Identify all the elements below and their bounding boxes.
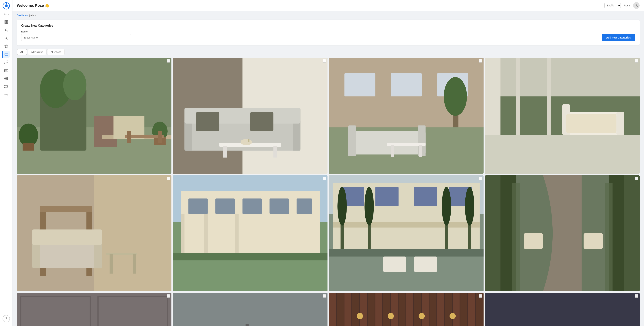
svg-point-179	[419, 313, 425, 319]
svg-rect-121	[383, 256, 406, 272]
create-categories-form: Name Add new Categories	[21, 30, 635, 41]
image-item-11[interactable]	[329, 293, 484, 326]
svg-rect-158	[337, 293, 344, 326]
svg-rect-34	[158, 131, 162, 143]
sidebar-item-tickets[interactable]	[2, 83, 10, 90]
image-item-9[interactable]	[17, 293, 172, 326]
image-item-6[interactable]	[173, 175, 328, 291]
svg-rect-191	[485, 293, 640, 326]
svg-rect-97	[204, 214, 208, 253]
image-checkbox-6[interactable]	[323, 177, 326, 180]
svg-rect-120	[329, 249, 484, 256]
image-checkbox-1[interactable]	[167, 59, 170, 63]
image-checkbox-2[interactable]	[323, 59, 326, 63]
image-checkbox-5[interactable]	[167, 177, 170, 180]
svg-rect-174	[460, 293, 467, 326]
page-content: Dashboard | Album Create New Categories …	[12, 11, 644, 326]
svg-rect-172	[445, 293, 452, 326]
svg-rect-95	[296, 199, 312, 214]
image-item-1[interactable]	[17, 58, 172, 174]
svg-rect-163	[375, 293, 382, 326]
svg-rect-131	[605, 183, 612, 291]
image-item-5[interactable]	[17, 175, 172, 291]
sidebar-item-settings[interactable]	[2, 35, 10, 42]
image-item-12[interactable]	[485, 293, 640, 326]
sidebar-item-dashboard[interactable]	[2, 18, 10, 26]
image-item-2[interactable]	[173, 58, 328, 174]
image-checkbox-12[interactable]	[635, 294, 638, 297]
image-checkbox-8[interactable]	[635, 177, 638, 180]
svg-rect-102	[173, 253, 328, 260]
image-grid	[17, 58, 640, 326]
svg-point-116	[442, 187, 451, 225]
breadcrumb-current: Album	[30, 14, 37, 17]
main-area: Welcome, Rose 👋 English Dutch French Ger…	[12, 0, 644, 326]
image-item-4[interactable]	[485, 58, 640, 174]
help-button[interactable]: ?	[2, 315, 10, 322]
breadcrumb-dashboard-link[interactable]: Dashboard	[17, 14, 28, 17]
sidebar-item-media[interactable]	[2, 67, 10, 74]
sidebar: Full >	[0, 0, 12, 326]
sidebar-item-favorites[interactable]	[2, 43, 10, 50]
svg-rect-91	[188, 199, 208, 214]
svg-rect-148	[246, 324, 249, 326]
svg-rect-69	[516, 58, 520, 135]
language-selector[interactable]: English Dutch French German	[604, 3, 621, 8]
sidebar-item-users[interactable]	[2, 27, 10, 34]
image-checkbox-11[interactable]	[479, 294, 482, 297]
user-avatar[interactable]	[633, 2, 640, 9]
sidebar-item-links[interactable]	[2, 59, 10, 66]
image-checkbox-7[interactable]	[479, 177, 482, 180]
header-right: English Dutch French German Rose	[604, 2, 640, 9]
svg-rect-74	[566, 114, 616, 133]
svg-rect-122	[414, 256, 437, 272]
app-logo[interactable]	[2, 2, 10, 10]
svg-point-47	[240, 139, 252, 145]
sidebar-collapse-button[interactable]: Full >	[2, 13, 10, 16]
image-item-10[interactable]	[173, 293, 328, 326]
tab-all-pictures[interactable]: All Pictures	[28, 49, 46, 55]
svg-rect-54	[391, 73, 422, 96]
image-item-3[interactable]	[329, 58, 484, 174]
top-header: Welcome, Rose 👋 English Dutch French Ger…	[12, 0, 644, 11]
image-checkbox-3[interactable]	[479, 59, 482, 63]
svg-rect-61	[419, 145, 422, 157]
svg-point-112	[338, 187, 347, 225]
image-item-8[interactable]	[485, 175, 640, 291]
svg-marker-11	[4, 45, 8, 48]
svg-rect-6	[6, 21, 8, 22]
image-checkbox-9[interactable]	[167, 294, 170, 297]
image-checkbox-4[interactable]	[635, 59, 638, 63]
image-item-7[interactable]	[329, 175, 484, 291]
svg-point-114	[364, 187, 374, 225]
svg-rect-166	[398, 293, 406, 326]
svg-rect-164	[383, 293, 390, 326]
image-checkbox-10[interactable]	[323, 294, 326, 297]
svg-rect-160	[352, 293, 359, 326]
create-categories-card: Create New Categories Name Add new Categ…	[17, 20, 640, 46]
svg-rect-175	[468, 293, 475, 326]
add-categories-button[interactable]: Add new Categories	[602, 34, 635, 41]
svg-rect-77	[94, 175, 172, 291]
svg-rect-73	[616, 112, 624, 135]
tab-all-videos[interactable]: All Videos	[47, 49, 65, 55]
svg-rect-110	[333, 222, 480, 227]
user-name-label: Rose	[624, 4, 630, 7]
sidebar-item-config[interactable]	[2, 91, 10, 98]
svg-rect-169	[422, 293, 428, 326]
svg-rect-159	[344, 293, 351, 326]
svg-point-180	[450, 313, 456, 319]
tab-all[interactable]: All	[17, 49, 27, 55]
sidebar-item-album[interactable]	[2, 51, 10, 58]
svg-point-178	[388, 313, 394, 319]
svg-rect-45	[196, 112, 220, 131]
svg-rect-29	[23, 143, 34, 151]
sidebar-item-global[interactable]	[2, 75, 10, 82]
svg-rect-80	[40, 206, 92, 212]
svg-rect-8	[6, 22, 8, 24]
svg-rect-161	[360, 293, 367, 326]
svg-rect-146	[173, 293, 328, 326]
svg-rect-176	[476, 293, 484, 326]
name-input[interactable]	[21, 34, 131, 41]
svg-rect-168	[414, 293, 421, 326]
